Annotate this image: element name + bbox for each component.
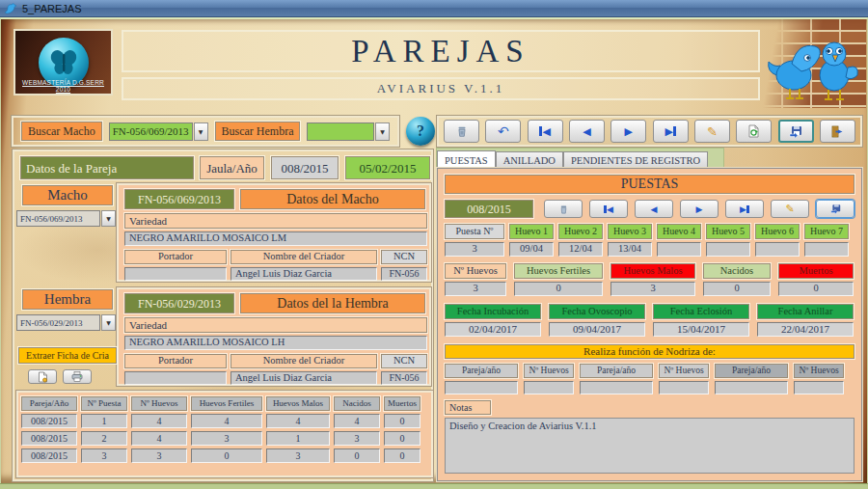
muertos-value[interactable]: 0 bbox=[778, 282, 854, 296]
portador-macho-value[interactable] bbox=[124, 267, 227, 281]
table-cell[interactable]: 2 bbox=[81, 431, 127, 446]
table-cell[interactable]: 0 bbox=[384, 448, 420, 463]
macho-combobox[interactable]: FN-056/069/2013 ▼ bbox=[16, 210, 116, 227]
buscar-macho-value[interactable]: FN-056/069/2013 bbox=[109, 122, 193, 141]
ncn-macho-value[interactable]: FN-056 bbox=[381, 267, 427, 281]
table-cell[interactable]: 1 bbox=[266, 431, 330, 446]
puesta-last-button[interactable]: ▶ bbox=[725, 200, 764, 218]
table-cell[interactable]: 0 bbox=[384, 431, 420, 446]
undo-button[interactable]: ↶ bbox=[485, 120, 521, 143]
notas-textarea[interactable]: Diseño y Creacion de Aviarius V.1.1 bbox=[445, 418, 854, 474]
macho-header: Macho bbox=[22, 185, 113, 205]
criador-hembra-value[interactable]: Angel Luis Diaz Garcia bbox=[231, 371, 377, 385]
table-cell[interactable]: 4 bbox=[191, 414, 262, 428]
table-cell[interactable]: 0 bbox=[384, 414, 420, 428]
table-cell[interactable]: 3 bbox=[191, 431, 262, 446]
puesta-delete-button[interactable] bbox=[544, 200, 583, 218]
delete-button[interactable] bbox=[444, 120, 479, 143]
puesta-next-button[interactable]: ▶ bbox=[680, 200, 719, 218]
puestas-record-value[interactable]: 008/2015 bbox=[445, 200, 533, 218]
puesta-save-button[interactable] bbox=[816, 200, 854, 218]
table-cell[interactable]: 0 bbox=[334, 448, 380, 463]
nodriza-pareja-value[interactable] bbox=[580, 381, 653, 394]
tab-pendientes-de-registro[interactable]: PENDIENTES DE REGISTRO bbox=[563, 151, 708, 168]
edit-button[interactable]: ✎ bbox=[694, 120, 730, 143]
fecha-incubacion-value[interactable]: 02/04/2017 bbox=[445, 322, 541, 337]
hembra-combobox[interactable]: FN-056/029/2013 ▼ bbox=[16, 314, 116, 331]
table-cell[interactable]: 0 bbox=[191, 448, 262, 463]
huevo-value[interactable] bbox=[755, 242, 800, 257]
huevos-malos-value[interactable]: 3 bbox=[610, 282, 695, 296]
fecha-pareja-value[interactable]: 05/02/2015 bbox=[345, 156, 430, 179]
table-cell[interactable]: 3 bbox=[131, 448, 187, 463]
macho-selector-value[interactable]: FN-056/069/2013 bbox=[16, 210, 100, 227]
first-record-button[interactable]: ◀ bbox=[528, 120, 563, 143]
nodriza-grid: Pareja/año Nº Huevos Pareja/año Nº Huevo… bbox=[445, 364, 854, 394]
previous-record-button[interactable]: ◀ bbox=[569, 120, 605, 143]
table-cell[interactable]: 3 bbox=[81, 448, 127, 463]
criador-macho-value[interactable]: Angel Luis Diaz Garcia bbox=[231, 267, 377, 281]
nacidos-value[interactable]: 0 bbox=[703, 282, 771, 296]
nodriza-pareja-value[interactable] bbox=[715, 381, 788, 394]
huevo-value[interactable]: 13/04 bbox=[608, 242, 652, 257]
huevo-label: Huevo 3 bbox=[608, 224, 652, 239]
hembra-selector-value[interactable]: FN-056/029/2013 bbox=[16, 314, 100, 331]
puesta-edit-button[interactable]: ✎ bbox=[771, 200, 809, 218]
save-button[interactable] bbox=[778, 120, 814, 143]
variedad-hembra-value[interactable]: NEGRO AMARILLO MOSAICO LH bbox=[124, 336, 427, 350]
puesta-num-label: Puesta Nº bbox=[445, 224, 504, 239]
puesta-num-value[interactable]: 3 bbox=[445, 242, 504, 257]
nodriza-pareja-value[interactable] bbox=[445, 381, 518, 394]
chevron-down-icon[interactable]: ▼ bbox=[101, 210, 116, 227]
tab-puestas[interactable]: PUESTAS bbox=[437, 150, 496, 168]
next-record-button[interactable]: ▶ bbox=[610, 120, 646, 143]
huevo-value[interactable] bbox=[657, 242, 701, 257]
tab-anillado[interactable]: ANILLADO bbox=[496, 151, 563, 168]
new-record-button[interactable] bbox=[736, 120, 772, 143]
nodriza-huevos-value[interactable] bbox=[659, 381, 709, 394]
table-cell[interactable]: 008/2015 bbox=[21, 414, 77, 428]
extraer-ficha-button[interactable]: Extraer Ficha de Cria bbox=[18, 347, 117, 364]
window-bottom-border bbox=[0, 483, 868, 489]
exit-door-icon bbox=[830, 125, 844, 138]
huevo-value[interactable]: 09/04 bbox=[509, 242, 554, 257]
table-cell[interactable]: 008/2015 bbox=[21, 431, 77, 446]
num-huevos-value[interactable]: 3 bbox=[445, 282, 506, 296]
buscar-hembra-value[interactable] bbox=[307, 122, 374, 141]
chevron-down-icon[interactable]: ▼ bbox=[375, 122, 390, 141]
huevo-value[interactable] bbox=[804, 242, 849, 257]
print-button[interactable] bbox=[63, 369, 92, 384]
chevron-down-icon[interactable]: ▼ bbox=[101, 314, 116, 331]
variedad-macho-value[interactable]: NEGRO AMARILLO MOSAICO LM bbox=[124, 231, 427, 246]
puesta-previous-button[interactable]: ◀ bbox=[635, 200, 673, 218]
last-record-button[interactable]: ▶ bbox=[653, 120, 689, 143]
buscar-hembra-combobox[interactable]: ▼ bbox=[307, 122, 390, 141]
ncn-hembra-value[interactable]: FN-056 bbox=[381, 371, 427, 385]
table-cell[interactable]: 3 bbox=[334, 431, 380, 446]
table-cell[interactable]: 4 bbox=[131, 431, 187, 446]
table-cell[interactable]: 4 bbox=[131, 414, 187, 428]
puesta-first-button[interactable]: ◀ bbox=[589, 200, 628, 218]
buscar-macho-combobox[interactable]: FN-056/069/2013 ▼ bbox=[109, 122, 208, 141]
huevos-fertiles-value[interactable]: 0 bbox=[514, 282, 603, 296]
fecha-ovoscopio-value[interactable]: 09/04/2017 bbox=[549, 322, 645, 337]
help-button[interactable]: ? bbox=[406, 117, 435, 146]
portador-hembra-value[interactable] bbox=[124, 371, 227, 385]
table-cell[interactable]: 4 bbox=[334, 414, 380, 428]
huevo-value[interactable] bbox=[706, 242, 750, 257]
fecha-anillar-value[interactable]: 22/04/2017 bbox=[757, 322, 854, 337]
print-preview-button[interactable] bbox=[28, 369, 57, 384]
print-preview-icon bbox=[38, 371, 48, 383]
jaula-ano-value[interactable]: 008/2015 bbox=[271, 156, 339, 179]
nodriza-huevos-value[interactable] bbox=[794, 381, 844, 394]
chevron-down-icon[interactable]: ▼ bbox=[194, 122, 208, 141]
table-cell[interactable]: 1 bbox=[81, 414, 127, 428]
table-cell[interactable]: 3 bbox=[266, 448, 330, 463]
huevo-value[interactable]: 12/04 bbox=[558, 242, 603, 257]
table-cell[interactable]: 008/2015 bbox=[21, 448, 77, 463]
nodriza-huevos-value[interactable] bbox=[524, 381, 574, 394]
fecha-eclosion-value[interactable]: 15/04/2017 bbox=[653, 322, 749, 337]
huevos-malos-label: Huevos Malos bbox=[610, 263, 695, 279]
table-cell[interactable]: 4 bbox=[266, 414, 330, 428]
exit-button[interactable] bbox=[820, 120, 855, 143]
